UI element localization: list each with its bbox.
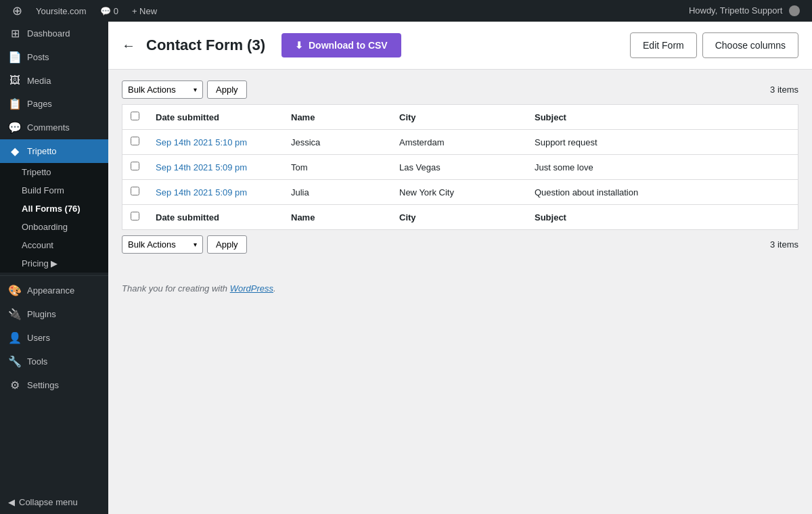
admin-bar: ⊕ Yoursite.com 💬 0 + New Howdy, Tripetto… — [0, 0, 812, 22]
sidebar-submenu-account[interactable]: Account — [0, 236, 108, 254]
sidebar-item-label: Settings — [27, 380, 59, 390]
wp-logo[interactable]: ⊕ — [5, 0, 29, 22]
table-row: Sep 14th 2021 5:09 pm Tom Las Vegas Just… — [122, 155, 798, 180]
chevron-down-icon-bottom: ▾ — [194, 241, 197, 248]
sidebar-item-media[interactable]: 🖼 Media — [0, 69, 108, 92]
top-bulk-actions-group: Bulk Actions ▾ Apply — [122, 80, 247, 99]
row-city: Amsterdam — [391, 130, 526, 155]
download-csv-button[interactable]: ⬇ Download to CSV — [281, 33, 401, 57]
top-bulk-actions-select[interactable]: Bulk Actions ▾ — [122, 80, 203, 99]
row-date[interactable]: Sep 14th 2021 5:09 pm — [148, 180, 283, 205]
media-icon: 🖼 — [8, 74, 22, 87]
row-city: Las Vegas — [391, 155, 526, 180]
top-items-count: 3 items — [770, 85, 798, 95]
sidebar-submenu-tripetto[interactable]: Tripetto — [0, 163, 108, 181]
row-checkbox-2[interactable] — [131, 187, 139, 195]
tripetto-submenu: Tripetto Build Form All Forms (76) Onboa… — [0, 163, 108, 273]
plugins-icon: 🔌 — [8, 308, 22, 321]
row-date[interactable]: Sep 14th 2021 5:10 pm — [148, 130, 283, 155]
sidebar-item-plugins[interactable]: 🔌 Plugins — [0, 302, 108, 326]
comments-menu-icon: 💬 — [8, 121, 22, 134]
top-bulk-actions-label: Bulk Actions — [128, 85, 176, 95]
sidebar-item-label: Users — [27, 333, 50, 343]
row-checkbox-1[interactable] — [131, 162, 139, 170]
collapse-menu-label: Collapse menu — [19, 497, 78, 507]
new-content-label: + New — [132, 6, 157, 16]
table-header-row: Date submitted Name City Subject — [122, 105, 798, 130]
sidebar-item-comments[interactable]: 💬 Comments — [0, 116, 108, 139]
wordpress-link[interactable]: WordPress — [230, 283, 273, 294]
appearance-icon: 🎨 — [8, 284, 22, 297]
sidebar-item-label: Tripetto — [27, 146, 57, 156]
data-table: Date submitted Name City Subject — [122, 104, 798, 230]
site-name[interactable]: Yoursite.com — [29, 0, 93, 22]
site-name-text: Yoursite.com — [36, 6, 87, 16]
sidebar-divider — [0, 275, 108, 276]
select-all-checkbox[interactable] — [131, 112, 139, 120]
date-link[interactable]: Sep 14th 2021 5:10 pm — [156, 137, 247, 147]
sidebar-item-settings[interactable]: ⚙ Settings — [0, 373, 108, 397]
sidebar-item-label: Appearance — [27, 285, 74, 296]
sidebar-submenu-all-forms[interactable]: All Forms (76) — [0, 200, 108, 218]
header-actions: Edit Form Choose columns — [630, 32, 798, 58]
download-btn-label: Download to CSV — [309, 40, 388, 51]
sidebar-item-appearance[interactable]: 🎨 Appearance — [0, 279, 108, 302]
pages-icon: 📋 — [8, 97, 22, 110]
tools-icon: 🔧 — [8, 355, 22, 368]
footer-select-all-checkbox[interactable] — [131, 212, 139, 220]
header-name[interactable]: Name — [283, 105, 391, 130]
row-subject: Support request — [526, 130, 798, 155]
sidebar-item-users[interactable]: 👤 Users — [0, 326, 108, 350]
sidebar-item-label: Pages — [27, 99, 52, 109]
row-name: Jessica — [283, 130, 391, 155]
top-apply-button[interactable]: Apply — [207, 80, 247, 99]
row-name: Julia — [283, 180, 391, 205]
back-button[interactable]: ← — [122, 38, 135, 53]
sidebar-submenu-pricing[interactable]: Pricing ▶ — [0, 254, 108, 273]
comments-link[interactable]: 💬 0 — [93, 0, 125, 22]
tripetto-icon: ◆ — [8, 145, 22, 158]
bottom-bulk-actions-group: Bulk Actions ▾ Apply — [122, 235, 247, 254]
sidebar-item-dashboard[interactable]: ⊞ Dashboard — [0, 22, 108, 45]
sidebar-item-tripetto[interactable]: ◆ Tripetto — [0, 139, 108, 163]
collapse-menu-button[interactable]: ◀ Collapse menu — [0, 490, 108, 514]
edit-form-button[interactable]: Edit Form — [630, 32, 697, 58]
header-city[interactable]: City — [391, 105, 526, 130]
bottom-apply-button[interactable]: Apply — [207, 235, 247, 254]
row-checkbox-0[interactable] — [131, 137, 139, 145]
row-checkbox-cell — [122, 130, 148, 155]
header-date[interactable]: Date submitted — [148, 105, 283, 130]
sidebar: ⊞ Dashboard 📄 Posts 🖼 Media 📋 Pages 💬 Co… — [0, 22, 108, 514]
sidebar-item-label: Plugins — [27, 309, 56, 319]
sidebar-submenu-onboarding[interactable]: Onboarding — [0, 218, 108, 236]
wordpress-logo-icon: ⊕ — [12, 3, 22, 18]
footer-name: Name — [283, 205, 391, 230]
footer-checkbox-cell — [122, 205, 148, 230]
footer-date: Date submitted — [148, 205, 283, 230]
choose-columns-button[interactable]: Choose columns — [702, 32, 798, 58]
settings-icon: ⚙ — [8, 379, 22, 392]
sidebar-item-label: Posts — [27, 52, 49, 62]
footer-subject: Subject — [526, 205, 798, 230]
row-city: New York City — [391, 180, 526, 205]
row-checkbox-cell — [122, 180, 148, 205]
row-date[interactable]: Sep 14th 2021 5:09 pm — [148, 155, 283, 180]
table-footer-row: Date submitted Name City Subject — [122, 205, 798, 230]
sidebar-item-pages[interactable]: 📋 Pages — [0, 92, 108, 116]
bottom-bulk-actions-select[interactable]: Bulk Actions ▾ — [122, 235, 203, 254]
sidebar-item-tools[interactable]: 🔧 Tools — [0, 350, 108, 373]
page-footer: Thank you for creating with WordPress. — [108, 270, 812, 307]
sidebar-item-posts[interactable]: 📄 Posts — [0, 45, 108, 69]
table-row: Sep 14th 2021 5:10 pm Jessica Amsterdam … — [122, 130, 798, 155]
date-link[interactable]: Sep 14th 2021 5:09 pm — [156, 162, 247, 172]
header-subject[interactable]: Subject — [526, 105, 798, 130]
row-subject: Question about installation — [526, 180, 798, 205]
new-content[interactable]: + New — [125, 0, 164, 22]
row-name: Tom — [283, 155, 391, 180]
dashboard-icon: ⊞ — [8, 27, 22, 40]
date-link[interactable]: Sep 14th 2021 5:09 pm — [156, 187, 247, 197]
bottom-table-controls: Bulk Actions ▾ Apply 3 items — [122, 235, 798, 254]
sidebar-submenu-build-form[interactable]: Build Form — [0, 181, 108, 200]
users-icon: 👤 — [8, 331, 22, 344]
avatar — [789, 5, 800, 16]
